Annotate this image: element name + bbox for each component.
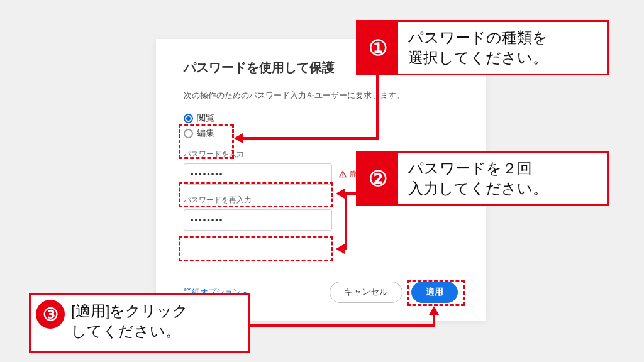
callout-2-arrowhead-1 bbox=[336, 189, 345, 199]
callout-3-number: ③ bbox=[36, 300, 65, 329]
callout-3-text: [適用]をクリック してください。 bbox=[71, 295, 199, 351]
apply-button[interactable]: 適用 bbox=[411, 282, 458, 303]
callout-1-arrowhead bbox=[234, 133, 243, 143]
radio-edit-label: 編集 bbox=[197, 128, 214, 139]
callout-2: ② パスワードを２回 入力してください。 bbox=[356, 151, 609, 206]
callout-1-number: ① bbox=[358, 22, 398, 74]
radio-icon-checked bbox=[184, 114, 193, 123]
callout-3-arrow-h bbox=[250, 324, 435, 327]
callout-2-arrow-stub bbox=[347, 192, 356, 195]
callout-2-arrow-join bbox=[345, 248, 347, 250]
dialog-subtitle: 次の操作のためのパスワード入力をユーザーに要求します。 bbox=[184, 90, 458, 101]
callout-2-text: パスワードを２回 入力してください。 bbox=[398, 153, 558, 204]
password-input[interactable] bbox=[184, 163, 332, 185]
callout-2-number: ② bbox=[358, 153, 398, 204]
dialog-button-row: キャンセル 適用 bbox=[330, 282, 458, 303]
callout-1-arrow-h bbox=[243, 137, 379, 140]
radio-view-label: 閲覧 bbox=[197, 112, 214, 124]
password-confirm-input[interactable] bbox=[184, 209, 332, 231]
radio-view[interactable]: 閲覧 bbox=[184, 112, 458, 124]
callout-3-arrowhead bbox=[429, 306, 439, 315]
radio-icon-unchecked bbox=[184, 129, 193, 138]
callout-1-text: パスワードの種類を 選択してください。 bbox=[398, 22, 558, 74]
callout-3: ③ [適用]をクリック してください。 bbox=[29, 293, 250, 353]
callout-2-arrow-v bbox=[345, 192, 347, 250]
callout-2-arrowhead-2 bbox=[336, 244, 345, 254]
callout-3-arrow-v bbox=[433, 314, 435, 327]
cancel-button[interactable]: キャンセル bbox=[330, 282, 402, 303]
callout-1: ① パスワードの種類を 選択してください。 bbox=[356, 20, 609, 75]
callout-1-arrow-v bbox=[376, 75, 379, 140]
warning-triangle-icon bbox=[338, 170, 347, 178]
